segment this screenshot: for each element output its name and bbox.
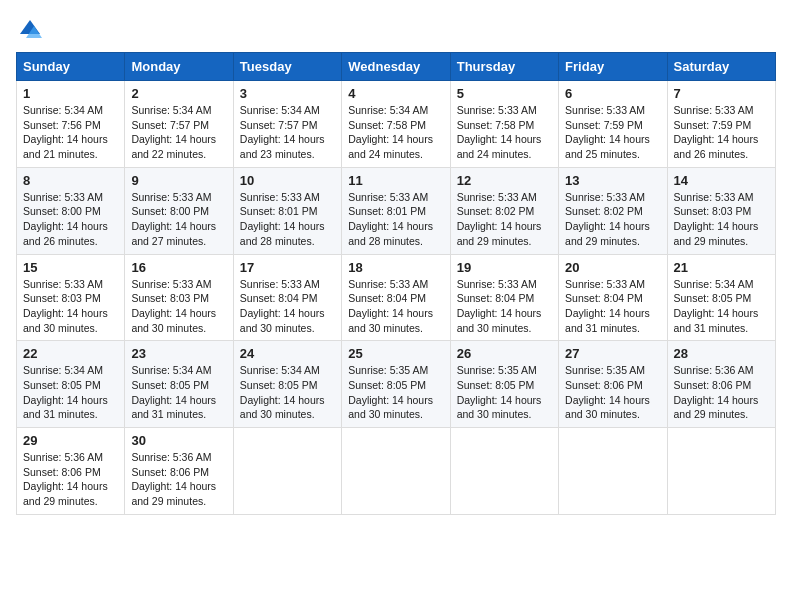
page-header bbox=[16, 16, 776, 44]
cell-info: Sunrise: 5:33 AMSunset: 8:02 PMDaylight:… bbox=[457, 191, 542, 247]
week-row-3: 22Sunrise: 5:34 AMSunset: 8:05 PMDayligh… bbox=[17, 341, 776, 428]
calendar-cell: 5Sunrise: 5:33 AMSunset: 7:58 PMDaylight… bbox=[450, 81, 558, 168]
calendar-cell: 14Sunrise: 5:33 AMSunset: 8:03 PMDayligh… bbox=[667, 167, 775, 254]
cell-info: Sunrise: 5:34 AMSunset: 7:56 PMDaylight:… bbox=[23, 104, 108, 160]
cell-info: Sunrise: 5:34 AMSunset: 7:57 PMDaylight:… bbox=[240, 104, 325, 160]
cell-info: Sunrise: 5:33 AMSunset: 8:00 PMDaylight:… bbox=[131, 191, 216, 247]
day-number: 30 bbox=[131, 433, 226, 448]
cell-info: Sunrise: 5:33 AMSunset: 7:58 PMDaylight:… bbox=[457, 104, 542, 160]
day-number: 14 bbox=[674, 173, 769, 188]
day-number: 11 bbox=[348, 173, 443, 188]
day-number: 16 bbox=[131, 260, 226, 275]
day-number: 3 bbox=[240, 86, 335, 101]
day-number: 2 bbox=[131, 86, 226, 101]
week-row-0: 1Sunrise: 5:34 AMSunset: 7:56 PMDaylight… bbox=[17, 81, 776, 168]
cell-info: Sunrise: 5:33 AMSunset: 8:00 PMDaylight:… bbox=[23, 191, 108, 247]
logo bbox=[16, 16, 48, 44]
calendar-cell: 18Sunrise: 5:33 AMSunset: 8:04 PMDayligh… bbox=[342, 254, 450, 341]
logo-icon bbox=[16, 16, 44, 44]
calendar-cell bbox=[233, 428, 341, 515]
day-number: 13 bbox=[565, 173, 660, 188]
day-number: 7 bbox=[674, 86, 769, 101]
cell-info: Sunrise: 5:33 AMSunset: 8:02 PMDaylight:… bbox=[565, 191, 650, 247]
cell-info: Sunrise: 5:35 AMSunset: 8:05 PMDaylight:… bbox=[348, 364, 433, 420]
calendar-cell: 27Sunrise: 5:35 AMSunset: 8:06 PMDayligh… bbox=[559, 341, 667, 428]
day-number: 12 bbox=[457, 173, 552, 188]
calendar-cell: 25Sunrise: 5:35 AMSunset: 8:05 PMDayligh… bbox=[342, 341, 450, 428]
cell-info: Sunrise: 5:34 AMSunset: 7:58 PMDaylight:… bbox=[348, 104, 433, 160]
week-row-2: 15Sunrise: 5:33 AMSunset: 8:03 PMDayligh… bbox=[17, 254, 776, 341]
calendar-header-row: SundayMondayTuesdayWednesdayThursdayFrid… bbox=[17, 53, 776, 81]
col-header-saturday: Saturday bbox=[667, 53, 775, 81]
day-number: 29 bbox=[23, 433, 118, 448]
calendar-cell: 10Sunrise: 5:33 AMSunset: 8:01 PMDayligh… bbox=[233, 167, 341, 254]
calendar-cell bbox=[559, 428, 667, 515]
calendar-table: SundayMondayTuesdayWednesdayThursdayFrid… bbox=[16, 52, 776, 515]
col-header-monday: Monday bbox=[125, 53, 233, 81]
calendar-cell: 21Sunrise: 5:34 AMSunset: 8:05 PMDayligh… bbox=[667, 254, 775, 341]
cell-info: Sunrise: 5:33 AMSunset: 8:03 PMDaylight:… bbox=[23, 278, 108, 334]
cell-info: Sunrise: 5:34 AMSunset: 8:05 PMDaylight:… bbox=[131, 364, 216, 420]
calendar-cell: 3Sunrise: 5:34 AMSunset: 7:57 PMDaylight… bbox=[233, 81, 341, 168]
calendar-cell: 9Sunrise: 5:33 AMSunset: 8:00 PMDaylight… bbox=[125, 167, 233, 254]
col-header-sunday: Sunday bbox=[17, 53, 125, 81]
cell-info: Sunrise: 5:36 AMSunset: 8:06 PMDaylight:… bbox=[23, 451, 108, 507]
cell-info: Sunrise: 5:34 AMSunset: 7:57 PMDaylight:… bbox=[131, 104, 216, 160]
day-number: 22 bbox=[23, 346, 118, 361]
cell-info: Sunrise: 5:36 AMSunset: 8:06 PMDaylight:… bbox=[131, 451, 216, 507]
day-number: 26 bbox=[457, 346, 552, 361]
calendar-cell: 20Sunrise: 5:33 AMSunset: 8:04 PMDayligh… bbox=[559, 254, 667, 341]
day-number: 20 bbox=[565, 260, 660, 275]
calendar-cell bbox=[667, 428, 775, 515]
day-number: 25 bbox=[348, 346, 443, 361]
cell-info: Sunrise: 5:33 AMSunset: 8:04 PMDaylight:… bbox=[348, 278, 433, 334]
cell-info: Sunrise: 5:33 AMSunset: 8:04 PMDaylight:… bbox=[565, 278, 650, 334]
calendar-cell bbox=[342, 428, 450, 515]
calendar-cell: 30Sunrise: 5:36 AMSunset: 8:06 PMDayligh… bbox=[125, 428, 233, 515]
week-row-4: 29Sunrise: 5:36 AMSunset: 8:06 PMDayligh… bbox=[17, 428, 776, 515]
day-number: 23 bbox=[131, 346, 226, 361]
calendar-cell: 26Sunrise: 5:35 AMSunset: 8:05 PMDayligh… bbox=[450, 341, 558, 428]
calendar-cell: 8Sunrise: 5:33 AMSunset: 8:00 PMDaylight… bbox=[17, 167, 125, 254]
calendar-cell: 16Sunrise: 5:33 AMSunset: 8:03 PMDayligh… bbox=[125, 254, 233, 341]
day-number: 18 bbox=[348, 260, 443, 275]
day-number: 1 bbox=[23, 86, 118, 101]
day-number: 17 bbox=[240, 260, 335, 275]
calendar-cell: 2Sunrise: 5:34 AMSunset: 7:57 PMDaylight… bbox=[125, 81, 233, 168]
calendar-cell bbox=[450, 428, 558, 515]
col-header-thursday: Thursday bbox=[450, 53, 558, 81]
cell-info: Sunrise: 5:33 AMSunset: 8:03 PMDaylight:… bbox=[131, 278, 216, 334]
col-header-tuesday: Tuesday bbox=[233, 53, 341, 81]
cell-info: Sunrise: 5:33 AMSunset: 8:01 PMDaylight:… bbox=[240, 191, 325, 247]
day-number: 28 bbox=[674, 346, 769, 361]
calendar-cell: 1Sunrise: 5:34 AMSunset: 7:56 PMDaylight… bbox=[17, 81, 125, 168]
cell-info: Sunrise: 5:33 AMSunset: 8:04 PMDaylight:… bbox=[457, 278, 542, 334]
calendar-cell: 28Sunrise: 5:36 AMSunset: 8:06 PMDayligh… bbox=[667, 341, 775, 428]
calendar-cell: 19Sunrise: 5:33 AMSunset: 8:04 PMDayligh… bbox=[450, 254, 558, 341]
col-header-friday: Friday bbox=[559, 53, 667, 81]
day-number: 21 bbox=[674, 260, 769, 275]
cell-info: Sunrise: 5:33 AMSunset: 7:59 PMDaylight:… bbox=[674, 104, 759, 160]
calendar-cell: 29Sunrise: 5:36 AMSunset: 8:06 PMDayligh… bbox=[17, 428, 125, 515]
day-number: 8 bbox=[23, 173, 118, 188]
day-number: 19 bbox=[457, 260, 552, 275]
cell-info: Sunrise: 5:33 AMSunset: 7:59 PMDaylight:… bbox=[565, 104, 650, 160]
day-number: 9 bbox=[131, 173, 226, 188]
cell-info: Sunrise: 5:34 AMSunset: 8:05 PMDaylight:… bbox=[674, 278, 759, 334]
calendar-cell: 13Sunrise: 5:33 AMSunset: 8:02 PMDayligh… bbox=[559, 167, 667, 254]
week-row-1: 8Sunrise: 5:33 AMSunset: 8:00 PMDaylight… bbox=[17, 167, 776, 254]
calendar-cell: 7Sunrise: 5:33 AMSunset: 7:59 PMDaylight… bbox=[667, 81, 775, 168]
day-number: 6 bbox=[565, 86, 660, 101]
day-number: 5 bbox=[457, 86, 552, 101]
cell-info: Sunrise: 5:33 AMSunset: 8:04 PMDaylight:… bbox=[240, 278, 325, 334]
day-number: 27 bbox=[565, 346, 660, 361]
calendar-cell: 12Sunrise: 5:33 AMSunset: 8:02 PMDayligh… bbox=[450, 167, 558, 254]
calendar-cell: 17Sunrise: 5:33 AMSunset: 8:04 PMDayligh… bbox=[233, 254, 341, 341]
cell-info: Sunrise: 5:33 AMSunset: 8:03 PMDaylight:… bbox=[674, 191, 759, 247]
calendar-cell: 15Sunrise: 5:33 AMSunset: 8:03 PMDayligh… bbox=[17, 254, 125, 341]
calendar-cell: 22Sunrise: 5:34 AMSunset: 8:05 PMDayligh… bbox=[17, 341, 125, 428]
cell-info: Sunrise: 5:35 AMSunset: 8:06 PMDaylight:… bbox=[565, 364, 650, 420]
day-number: 10 bbox=[240, 173, 335, 188]
cell-info: Sunrise: 5:33 AMSunset: 8:01 PMDaylight:… bbox=[348, 191, 433, 247]
cell-info: Sunrise: 5:36 AMSunset: 8:06 PMDaylight:… bbox=[674, 364, 759, 420]
